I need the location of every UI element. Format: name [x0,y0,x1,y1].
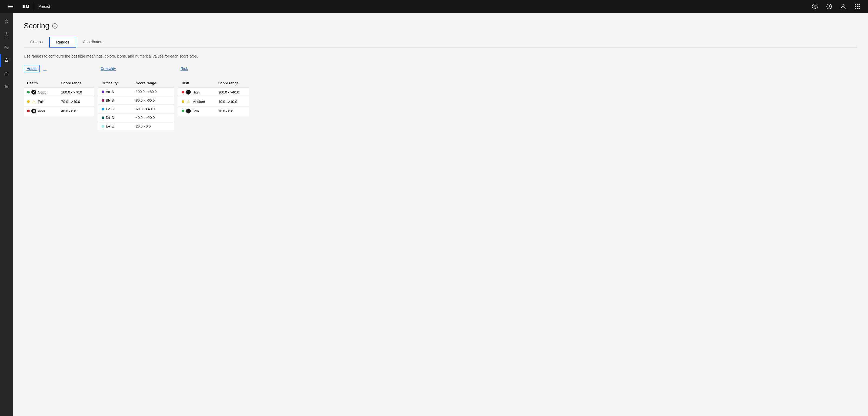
x-icon: ✕ [31,108,36,114]
check-icon: ✓ [31,90,36,95]
table-row: Ee E 20.0 - 0.0 [98,122,174,131]
svg-rect-7 [857,4,858,5]
dot-red-risk [182,91,184,93]
tab-contributors[interactable]: Contributors [76,37,110,47]
main-layout: Scoring i Groups Ranges Contributors Use… [0,13,868,416]
dot-teal [102,117,104,119]
crit-row-a-label: Aa A [98,88,133,96]
warning-icon-risk: ⚠ [186,99,191,104]
table-row: ⚠ Fair 70.0 - >40.0 [24,97,94,106]
risk-row-low-range: 10.0 - 0.0 [215,106,249,116]
svg-point-21 [5,85,6,86]
criticality-table: Criticality Score range Aa A [98,79,174,130]
sidebar-item-settings[interactable] [0,80,13,93]
sidebar [0,13,13,416]
table-row: Dd D 40.0 - >20.0 [98,114,174,122]
health-header-row: Health ← [24,65,94,76]
sidebar-item-chart[interactable] [0,41,13,54]
page-title: Scoring [24,22,50,30]
risk-row-medium-label: ⚠ Medium [178,97,215,106]
risk-table: Risk Score range ✕ High [178,79,249,116]
crit-row-d-label: Dd D [98,114,133,122]
svg-point-22 [7,86,8,87]
tab-ranges[interactable]: Ranges [49,37,76,47]
risk-row-high-label: ✕ High [178,88,215,97]
sidebar-item-data[interactable] [0,54,13,67]
risk-link[interactable]: Risk [178,65,190,72]
score-tables: Health ← Health Score range [24,65,857,130]
health-table: Health Score range ✓ Good [24,79,94,116]
check-icon-risk: ✓ [186,108,191,114]
criticality-header-row: Criticality [98,65,174,76]
nav-icons: ? [809,0,864,13]
svg-rect-0 [8,5,13,5]
risk-row-medium-range: 40.0 - >10.0 [215,97,249,106]
sidebar-item-people[interactable] [0,67,13,80]
svg-point-5 [842,5,844,7]
health-row-good-range: 100.0 - >70.0 [58,88,94,97]
crit-row-e-range: 20.0 - 0.0 [133,122,174,131]
svg-rect-8 [859,4,860,5]
tab-groups[interactable]: Groups [24,37,49,47]
dot-blue-mid [102,108,104,110]
description-text: Use ranges to configure the possible mea… [24,54,857,58]
criticality-col-range: Score range [133,79,174,88]
crit-row-a-range: 100.0 - >80.0 [133,88,174,96]
x-icon-risk: ✕ [186,90,191,95]
hamburger-menu[interactable] [4,0,17,13]
settings-icon[interactable] [809,0,822,13]
info-icon[interactable]: i [52,23,58,29]
health-link[interactable]: Health [24,65,40,72]
main-content: Scoring i Groups Ranges Contributors Use… [13,13,868,416]
svg-rect-11 [859,6,860,7]
health-section: Health ← Health Score range [24,65,94,130]
brand: IBM [22,4,29,9]
svg-rect-12 [855,8,856,9]
table-row: ✕ High 100.0 - >40.0 [178,88,249,97]
svg-rect-1 [8,6,13,7]
health-row-poor-label: ✕ Poor [24,106,58,116]
crit-row-b-label: Bb B [98,96,133,105]
tabs: Groups Ranges Contributors [24,37,857,47]
sidebar-item-rocket[interactable] [0,15,13,28]
table-row: ✕ Poor 40.0 - 0.0 [24,106,94,116]
user-icon[interactable] [837,0,849,13]
svg-rect-9 [855,6,856,7]
table-row: ✓ Low 10.0 - 0.0 [178,106,249,116]
svg-point-17 [7,72,8,73]
svg-text:?: ? [828,5,830,9]
criticality-link[interactable]: Criticality [98,65,118,72]
criticality-col-label: Criticality [98,79,133,88]
risk-row-high-range: 100.0 - >40.0 [215,88,249,97]
svg-rect-2 [8,7,13,8]
app-name: Predict [38,4,50,9]
crit-row-c-range: 60.0 - >40.0 [133,105,174,114]
svg-point-15 [6,33,7,35]
health-col-range: Score range [58,79,94,88]
health-row-good-label: ✓ Good [24,88,58,97]
help-icon[interactable]: ? [823,0,836,13]
risk-row-low-label: ✓ Low [178,106,215,116]
svg-point-16 [5,72,7,73]
dot-red [27,110,30,113]
table-row: ⚠ Medium 40.0 - >10.0 [178,97,249,106]
crit-row-c-label: Cc C [98,105,133,114]
dot-green-risk [182,110,184,113]
svg-point-23 [5,87,6,88]
table-row: Cc C 60.0 - >40.0 [98,105,174,114]
dot-purple-mid [102,99,104,102]
crit-row-b-range: 80.0 - >60.0 [133,96,174,105]
table-row: ✓ Good 100.0 - >70.0 [24,88,94,97]
svg-rect-13 [857,8,858,9]
svg-rect-14 [859,8,860,9]
grid-icon[interactable] [851,0,864,13]
table-row: Aa A 100.0 - >80.0 [98,88,174,96]
sidebar-item-location[interactable] [0,28,13,41]
dot-teal-light [102,125,104,128]
svg-rect-6 [855,4,856,5]
dot-purple-dark [102,91,104,93]
risk-col-label: Risk [178,79,215,88]
health-row-poor-range: 40.0 - 0.0 [58,106,94,116]
risk-header-row: Risk [178,65,249,76]
top-navigation: IBM Predict ? [0,0,868,13]
